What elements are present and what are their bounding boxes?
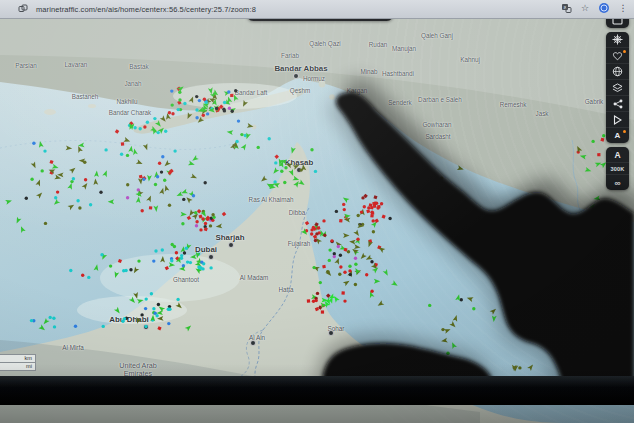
vessel-marker[interactable] [310,228,313,231]
vessel-filter-button[interactable] [606,32,629,47]
vessel-marker[interactable] [347,250,350,253]
vessel-marker[interactable] [168,308,171,311]
vessel-marker[interactable] [177,108,180,111]
vessel-marker[interactable] [241,100,248,108]
vessel-marker[interactable] [314,170,317,173]
vessel-marker[interactable] [159,187,165,194]
vessel-marker[interactable] [234,89,237,92]
vessel-marker[interactable] [195,220,198,223]
vessel-marker[interactable] [157,131,160,134]
vessel-marker[interactable] [370,260,373,263]
vessel-marker[interactable] [446,352,449,355]
vessel-marker[interactable] [227,90,230,93]
vessel-marker[interactable] [312,266,315,269]
vessel-marker[interactable] [283,181,286,184]
vessel-marker[interactable] [5,198,13,204]
vessel-marker[interactable] [113,271,119,278]
vessel-marker[interactable] [191,155,199,163]
vessel-marker[interactable] [135,191,143,199]
vessel-marker[interactable] [99,191,102,194]
vessel-marker[interactable] [177,85,185,93]
vessel-marker[interactable] [182,198,185,201]
vessel-marker[interactable] [144,307,147,310]
vessel-marker[interactable] [129,297,137,305]
vessel-marker[interactable] [94,264,100,271]
vessel-marker[interactable] [171,243,174,246]
vessel-marker[interactable] [76,199,79,202]
vessel-marker[interactable] [137,188,140,191]
vessel-marker[interactable] [136,159,144,166]
vessel-marker[interactable] [120,153,123,156]
vessel-marker[interactable] [444,327,452,334]
vessel-marker[interactable] [370,214,374,218]
vessel-marker[interactable] [192,194,195,197]
playback-button[interactable] [606,111,629,127]
vessel-marker[interactable] [81,274,84,277]
vessel-marker[interactable] [185,247,188,250]
vessel-marker[interactable] [388,217,391,220]
vessel-marker[interactable] [143,125,146,128]
vessel-marker[interactable] [165,266,169,270]
vessel-marker[interactable] [79,158,86,163]
vessel-marker[interactable] [323,234,326,237]
vessel-marker[interactable] [66,145,73,150]
vessel-marker[interactable] [78,206,81,209]
vessel-marker[interactable] [102,169,109,177]
vessel-marker[interactable] [161,155,164,158]
vessel-marker[interactable] [343,271,346,274]
vessel-marker[interactable] [366,209,370,213]
vessel-marker[interactable] [230,94,233,97]
vessel-marker[interactable] [199,228,202,231]
vessel-marker[interactable] [235,140,238,143]
globe-layers-button[interactable] [606,63,629,79]
vessel-marker[interactable] [419,184,422,187]
vessel-marker[interactable] [268,137,271,140]
vessel-marker[interactable] [42,318,50,326]
vessel-marker[interactable] [49,316,52,319]
vessel-marker[interactable] [167,322,170,325]
vessel-marker[interactable] [460,298,463,301]
vessel-marker[interactable] [339,254,342,257]
vessel-marker[interactable] [171,112,174,115]
vessel-marker[interactable] [418,171,425,177]
vessel-marker[interactable] [209,224,212,227]
vessel-marker[interactable] [222,108,225,111]
vessel-marker[interactable] [178,98,181,101]
vessel-marker[interactable] [374,279,380,284]
vessel-marker[interactable] [203,98,206,101]
vessel-marker[interactable] [155,314,158,317]
vessel-marker[interactable] [441,328,444,331]
vessel-marker[interactable] [180,212,187,217]
vessel-marker[interactable] [342,203,345,206]
vessel-marker[interactable] [206,112,209,115]
vessel-marker[interactable] [30,319,33,322]
vessel-marker[interactable] [137,259,140,262]
vessel-marker[interactable] [589,202,597,210]
marine-traffic-map[interactable]: ParsianLavaranBastakJanahBastanehNakhilu… [0,18,634,423]
vessel-marker[interactable] [274,154,279,159]
vessel-marker[interactable] [41,169,44,172]
vessel-marker[interactable] [338,273,341,276]
vessel-marker[interactable] [380,202,383,205]
vessel-marker[interactable] [273,180,276,183]
vessel-marker[interactable] [356,238,359,241]
vessel-marker[interactable] [289,169,296,177]
vessel-marker[interactable] [198,99,201,102]
vessel-marker[interactable] [316,292,319,295]
vessel-marker[interactable] [43,149,46,152]
vessel-marker[interactable] [441,338,448,344]
vessel-marker[interactable] [321,310,324,313]
vessel-marker[interactable] [154,183,157,186]
vessel-marker[interactable] [428,304,431,307]
vessel-marker[interactable] [143,143,150,151]
vessel-marker[interactable] [376,206,379,209]
vessel-marker[interactable] [14,217,21,225]
vessel-marker[interactable] [332,295,340,303]
vessel-marker[interactable] [363,205,366,208]
vessel-marker[interactable] [376,300,384,308]
vessel-marker[interactable] [188,161,195,167]
vessel-marker[interactable] [52,317,55,320]
vessel-marker[interactable] [241,143,249,151]
menu-icon[interactable]: ⋮ [616,1,630,15]
vessel-marker[interactable] [343,233,349,238]
